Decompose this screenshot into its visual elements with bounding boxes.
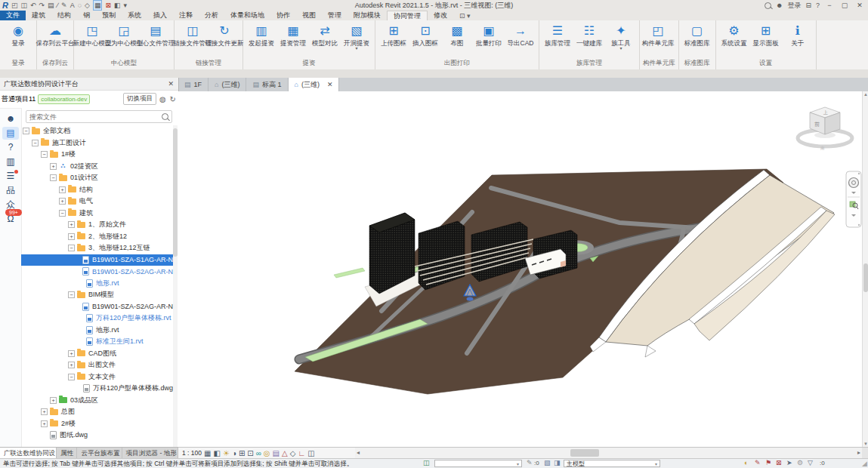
tree-item[interactable]: +电气 bbox=[21, 196, 173, 208]
steering-wheel-icon[interactable] bbox=[849, 178, 859, 188]
tree-expander-icon[interactable]: + bbox=[50, 163, 57, 170]
ribbon-tab-插入[interactable]: 插入 bbox=[147, 11, 173, 20]
ribbon-button-导出CAD[interactable]: →导出CAD bbox=[505, 22, 536, 47]
documents-icon[interactable]: ▤ bbox=[2, 127, 19, 140]
tree-item[interactable]: +结构 bbox=[21, 184, 173, 196]
reveal-hidden-icon[interactable]: ◎ bbox=[264, 448, 270, 458]
tree-expander-icon[interactable]: − bbox=[68, 245, 75, 251]
default-3d-view-icon[interactable]: ◇ bbox=[85, 1, 90, 10]
design-options-panel-icon[interactable]: ◨ bbox=[554, 459, 561, 466]
tree-item[interactable]: −全部文档 bbox=[21, 125, 173, 137]
tree-item[interactable]: +03成品区 bbox=[21, 395, 173, 407]
visual-style-icon[interactable]: ◧ bbox=[213, 448, 220, 458]
tree-item[interactable]: −1#楼 bbox=[21, 149, 173, 161]
scroll-up-icon[interactable]: ▲ bbox=[863, 92, 868, 97]
shadows-icon[interactable]: ◑ bbox=[232, 448, 236, 458]
ribbon-tab-附加模块[interactable]: 附加模块 bbox=[348, 11, 387, 20]
ribbon-tab-系统[interactable]: 系统 bbox=[122, 11, 147, 20]
crop-view-icon[interactable]: ⊞ bbox=[239, 448, 245, 458]
tree-scrollbar-thumb[interactable] bbox=[173, 128, 178, 257]
search-icon[interactable] bbox=[162, 113, 168, 120]
tree-item[interactable]: −建筑 bbox=[21, 208, 173, 220]
view-scale[interactable]: 1 : 100 bbox=[182, 449, 202, 457]
press-drag-icon[interactable]: ➤ bbox=[786, 459, 792, 466]
worksharing-monitor-icon[interactable]: ▦ bbox=[93, 0, 103, 11]
ribbon-tab-体量和场地[interactable]: 体量和场地 bbox=[224, 11, 270, 20]
org-structure-icon[interactable]: 品 bbox=[2, 184, 19, 197]
tree-expander-icon[interactable]: − bbox=[23, 128, 29, 134]
editing-requests-icon[interactable]: ✎ bbox=[527, 459, 533, 466]
cart-icon[interactable]: ⊟ bbox=[805, 1, 811, 10]
scroll-down-icon[interactable]: ▼ bbox=[863, 442, 868, 446]
vertical-scrollbar-thumb[interactable] bbox=[863, 263, 868, 292]
tree-item[interactable]: B19W01-SZA-S1AG-AR-N bbox=[21, 254, 173, 266]
tree-item[interactable]: +1、原始文件 bbox=[21, 219, 173, 231]
minimize-icon[interactable]: − bbox=[824, 2, 835, 9]
ribbon-button-中心文件管理[interactable]: ▤中心文件管理 bbox=[141, 22, 171, 47]
worksharing-panel-icon[interactable]: ▧ bbox=[544, 459, 551, 466]
sun-settings-icon[interactable]: ◌ bbox=[78, 1, 82, 10]
ribbon-button-新建中心模型[interactable]: ◳新建中心模型 bbox=[77, 22, 107, 47]
tree-item[interactable]: −BIM模型 bbox=[21, 289, 173, 301]
tree-item[interactable]: 地形.rvt bbox=[21, 278, 173, 290]
tree-item[interactable]: +出图文件 bbox=[21, 359, 173, 371]
displacement-icon[interactable]: ◇ bbox=[290, 448, 296, 458]
tree-expander-icon[interactable]: − bbox=[68, 291, 75, 298]
tree-expander-icon[interactable]: + bbox=[41, 420, 48, 427]
ribbon-button-开洞提资[interactable]: ▧开洞提资▾ bbox=[341, 22, 372, 51]
design-option-selector[interactable]: 主模型▾ bbox=[564, 460, 660, 467]
restore-icon[interactable]: ▢ bbox=[839, 2, 850, 9]
ribbon-button-一键建库[interactable]: ☷一键建库 bbox=[574, 22, 604, 47]
temp-hide-isolate-icon[interactable]: ∞ bbox=[256, 448, 261, 458]
view-tab-1F[interactable]: ▤1F bbox=[178, 78, 209, 91]
background-processes-icon[interactable]: ⚙ bbox=[797, 459, 803, 466]
dock-tab-项目浏览器 - 地形[interactable]: 项目浏览器 - 地形 bbox=[122, 448, 178, 459]
tree-expander-icon[interactable]: + bbox=[68, 221, 75, 228]
horizontal-scrollbar-thumb[interactable] bbox=[570, 449, 599, 457]
qat-customize-icon[interactable]: ▾ bbox=[124, 1, 128, 10]
modify-panel-dropdown-icon[interactable]: ⊡ ▾ bbox=[453, 11, 477, 20]
close-hidden-windows-icon[interactable]: ⊠ bbox=[105, 1, 111, 10]
save-icon[interactable]: ◫ bbox=[20, 1, 27, 10]
user-icon[interactable]: ☻ bbox=[776, 1, 783, 10]
detail-level-icon[interactable]: ▦ bbox=[204, 448, 211, 458]
ribbon-tab-注释[interactable]: 注释 bbox=[173, 11, 199, 20]
redo-icon[interactable]: ↷ bbox=[39, 1, 45, 10]
ribbon-tab-协作[interactable]: 协作 bbox=[270, 11, 296, 20]
tree-expander-icon[interactable]: + bbox=[68, 362, 75, 368]
tree-expander-icon[interactable]: − bbox=[32, 140, 39, 146]
workset-selector[interactable]: ▾ bbox=[434, 460, 522, 467]
help-icon[interactable]: ? bbox=[816, 1, 820, 10]
tree-item[interactable]: −文本文件 bbox=[21, 371, 173, 383]
resize-grip[interactable]: ◢ bbox=[862, 460, 867, 467]
ribbon-tab-钢[interactable]: 钢 bbox=[77, 11, 96, 20]
tree-item[interactable]: 万科120户型单体楼栋.dwg bbox=[21, 383, 173, 395]
tree-expander-icon[interactable]: − bbox=[68, 374, 75, 380]
hide-analytical-icon[interactable]: △ bbox=[282, 448, 288, 458]
tree-expander-icon[interactable]: + bbox=[59, 198, 66, 205]
tree-item[interactable]: 地形.rvt bbox=[21, 325, 173, 337]
exclude-options-icon[interactable]: ⊠ bbox=[776, 459, 782, 466]
close-view-icon[interactable]: ✕ bbox=[327, 81, 333, 88]
print-icon[interactable]: ▤ bbox=[48, 1, 54, 10]
ribbon-button-设为中心模型[interactable]: ◲设为中心模型 bbox=[109, 22, 139, 47]
worksets-icon[interactable]: ◫ bbox=[423, 459, 430, 466]
ribbon-tab-视图[interactable]: 视图 bbox=[296, 11, 322, 20]
tree-expander-icon[interactable]: + bbox=[59, 186, 66, 193]
pin-icon[interactable]: ⚑ bbox=[765, 459, 771, 466]
signin-label[interactable]: 登录 bbox=[787, 1, 801, 11]
switch-project-button[interactable]: 切换项目 bbox=[123, 93, 156, 105]
ribbon-tab-管理[interactable]: 管理 bbox=[322, 11, 348, 20]
refresh-icon[interactable]: ↻ bbox=[169, 95, 177, 103]
dock-tab-广联达数维协同设[interactable]: 广联达数维协同设 bbox=[0, 448, 57, 459]
ribbon-button-显示面板[interactable]: ⊞显示面板 bbox=[751, 22, 781, 47]
ribbon-tab-预制[interactable]: 预制 bbox=[96, 11, 122, 20]
ribbon-tab-结构[interactable]: 结构 bbox=[51, 11, 77, 20]
scroll-right-icon[interactable]: ▸ bbox=[857, 449, 860, 456]
view-tab-标高 1[interactable]: ▤标高 1 bbox=[246, 78, 288, 91]
tree-item[interactable]: +∴02提资区 bbox=[21, 161, 173, 173]
tree-item[interactable]: −01设计区 bbox=[21, 172, 173, 184]
tree-item[interactable]: B19W01-SZA-S2AG-AR-N bbox=[21, 301, 173, 313]
panel-close-icon[interactable]: ✕ bbox=[168, 80, 178, 88]
ribbon-button-提资管理[interactable]: ▦提资管理 bbox=[278, 22, 308, 47]
